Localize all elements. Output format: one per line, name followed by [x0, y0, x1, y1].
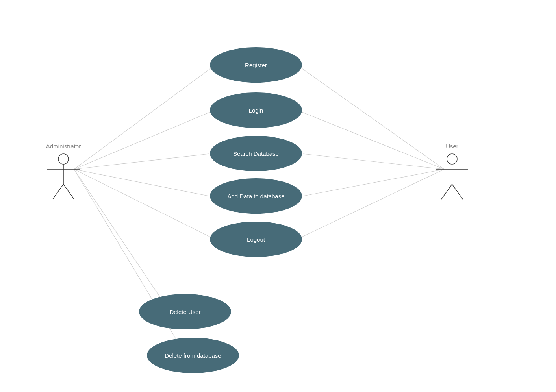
- connector-user-login: [299, 111, 444, 169]
- connector-user-search: [303, 154, 444, 169]
- connector-user-logout: [299, 169, 444, 238]
- usecase-login-label: Login: [249, 107, 263, 114]
- connector-admin-search: [74, 154, 209, 169]
- actor-admin-leg-right-icon: [63, 184, 74, 199]
- usecase-deluser: Delete User: [139, 294, 231, 329]
- actor-admin-label: Administrator: [46, 143, 81, 150]
- actor-administrator: Administrator: [46, 143, 81, 199]
- usecase-delfromdb-label: Delete from database: [165, 352, 221, 359]
- usecase-adddata: Add Data to database: [210, 178, 302, 214]
- connector-admin-deluser: [74, 169, 169, 311]
- connector-admin-register: [74, 65, 215, 169]
- usecase-logout: Logout: [210, 222, 302, 257]
- usecase-deluser-label: Delete User: [169, 309, 200, 315]
- usecase-logout-label: Logout: [247, 236, 265, 243]
- usecase-search: Search Database: [210, 136, 302, 171]
- usecase-register-label: Register: [245, 62, 267, 68]
- actor-admin-head-icon: [58, 154, 69, 164]
- use-case-diagram: Register Login Search Database Add Data …: [0, 0, 556, 392]
- connector-user-register: [297, 65, 444, 169]
- actor-admin-leg-left-icon: [53, 184, 63, 199]
- usecase-delfromdb: Delete from database: [147, 338, 239, 373]
- connector-admin-adddata: [74, 169, 209, 196]
- actor-user-head-icon: [447, 154, 457, 164]
- actor-user-label: User: [446, 143, 458, 150]
- connector-admin-login: [74, 111, 213, 169]
- usecase-login: Login: [210, 92, 302, 128]
- usecase-search-label: Search Database: [233, 150, 279, 157]
- actor-user-leg-right-icon: [452, 184, 463, 199]
- usecase-adddata-label: Add Data to database: [227, 193, 284, 200]
- actor-user-leg-left-icon: [441, 184, 452, 199]
- connector-user-adddata: [303, 169, 444, 196]
- usecase-register: Register: [210, 47, 302, 83]
